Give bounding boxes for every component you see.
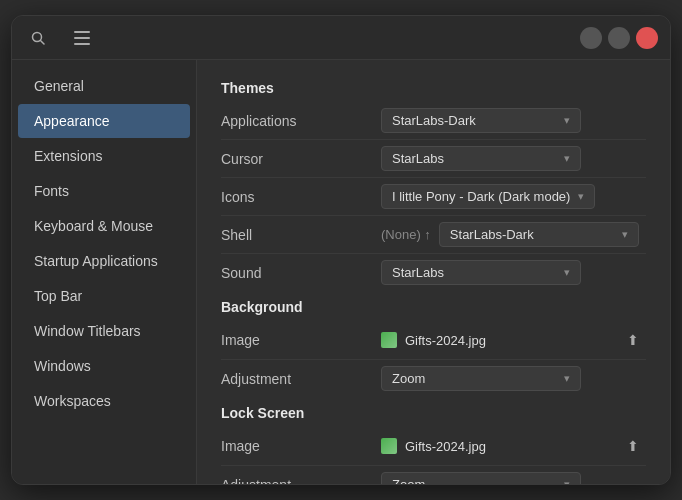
label-ls-adjustment: Adjustment <box>221 477 381 485</box>
dropdown-icons[interactable]: I little Pony - Dark (Dark mode)▾ <box>381 184 595 209</box>
value-bg-adjustment: Zoom▾ <box>381 366 646 391</box>
section-themes: ThemesApplicationsStarLabs-Dark▾CursorSt… <box>221 80 646 291</box>
sidebar-item-keyboard-mouse[interactable]: Keyboard & Mouse <box>18 209 190 243</box>
sidebar-item-extensions[interactable]: Extensions <box>18 139 190 173</box>
label-applications: Applications <box>221 113 381 129</box>
dropdown-sound[interactable]: StarLabs▾ <box>381 260 581 285</box>
dropdown-shell[interactable]: StarLabs-Dark▾ <box>439 222 639 247</box>
close-button[interactable] <box>636 27 658 49</box>
label-sound: Sound <box>221 265 381 281</box>
svg-rect-3 <box>74 37 90 39</box>
chevron-down-icon: ▾ <box>564 372 570 385</box>
sidebar-item-windows[interactable]: Windows <box>18 349 190 383</box>
value-icons: I little Pony - Dark (Dark mode)▾ <box>381 184 646 209</box>
section-background: BackgroundImageGifts-2024.jpg⬆Adjustment… <box>221 299 646 397</box>
file-icon-bg-image <box>381 332 397 348</box>
sidebar-item-general[interactable]: General <box>18 69 190 103</box>
row-sound: SoundStarLabs▾ <box>221 254 646 291</box>
filename-ls-image: Gifts-2024.jpg <box>405 439 612 454</box>
file-icon-ls-image <box>381 438 397 454</box>
filename-bg-image: Gifts-2024.jpg <box>405 333 612 348</box>
value-ls-adjustment: Zoom▾ <box>381 472 646 484</box>
chevron-down-icon: ▾ <box>564 114 570 127</box>
chevron-down-icon: ▾ <box>578 190 584 203</box>
section-lock-screen: Lock ScreenImageGifts-2024.jpg⬆Adjustmen… <box>221 405 646 484</box>
dropdown-ls-adjustment[interactable]: Zoom▾ <box>381 472 581 484</box>
sidebar-item-top-bar[interactable]: Top Bar <box>18 279 190 313</box>
value-ls-image: Gifts-2024.jpg⬆ <box>381 433 646 459</box>
dropdown-bg-adjustment[interactable]: Zoom▾ <box>381 366 581 391</box>
row-applications: ApplicationsStarLabs-Dark▾ <box>221 102 646 140</box>
value-bg-image: Gifts-2024.jpg⬆ <box>381 327 646 353</box>
restore-button[interactable] <box>608 27 630 49</box>
row-bg-image: ImageGifts-2024.jpg⬆ <box>221 321 646 360</box>
dropdown-value-applications: StarLabs-Dark <box>392 113 476 128</box>
minimize-button[interactable] <box>580 27 602 49</box>
main-panel: ThemesApplicationsStarLabs-Dark▾CursorSt… <box>197 60 670 484</box>
row-shell: Shell(None) ↑StarLabs-Dark▾ <box>221 216 646 254</box>
label-bg-adjustment: Adjustment <box>221 371 381 387</box>
value-cursor: StarLabs▾ <box>381 146 646 171</box>
menu-icon[interactable] <box>68 24 96 52</box>
dropdown-cursor[interactable]: StarLabs▾ <box>381 146 581 171</box>
dropdown-value-sound: StarLabs <box>392 265 444 280</box>
section-header-lock-screen: Lock Screen <box>221 405 646 421</box>
svg-rect-4 <box>74 43 90 45</box>
dropdown-value-bg-adjustment: Zoom <box>392 371 425 386</box>
extra-shell: (None) ↑ <box>381 227 431 242</box>
titlebar-left <box>24 24 209 52</box>
main-window: GeneralAppearanceExtensionsFontsKeyboard… <box>11 15 671 485</box>
dropdown-applications[interactable]: StarLabs-Dark▾ <box>381 108 581 133</box>
sidebar: GeneralAppearanceExtensionsFontsKeyboard… <box>12 60 197 484</box>
dropdown-value-cursor: StarLabs <box>392 151 444 166</box>
chevron-down-icon: ▾ <box>622 228 628 241</box>
file-row-bg-image: Gifts-2024.jpg⬆ <box>381 327 646 353</box>
titlebar-right <box>473 27 658 49</box>
sidebar-item-fonts[interactable]: Fonts <box>18 174 190 208</box>
upload-icon-bg-image[interactable]: ⬆ <box>620 327 646 353</box>
sidebar-item-appearance[interactable]: Appearance <box>18 104 190 138</box>
row-bg-adjustment: AdjustmentZoom▾ <box>221 360 646 397</box>
dropdown-value-shell: StarLabs-Dark <box>450 227 534 242</box>
sidebar-item-workspaces[interactable]: Workspaces <box>18 384 190 418</box>
titlebar <box>12 16 670 60</box>
chevron-down-icon: ▾ <box>564 478 570 484</box>
row-icons: IconsI little Pony - Dark (Dark mode)▾ <box>221 178 646 216</box>
sidebar-item-startup-applications[interactable]: Startup Applications <box>18 244 190 278</box>
file-row-ls-image: Gifts-2024.jpg⬆ <box>381 433 646 459</box>
label-ls-image: Image <box>221 438 381 454</box>
value-applications: StarLabs-Dark▾ <box>381 108 646 133</box>
content-area: GeneralAppearanceExtensionsFontsKeyboard… <box>12 60 670 484</box>
row-cursor: CursorStarLabs▾ <box>221 140 646 178</box>
section-header-background: Background <box>221 299 646 315</box>
section-header-themes: Themes <box>221 80 646 96</box>
sidebar-item-window-titlebars[interactable]: Window Titlebars <box>18 314 190 348</box>
svg-rect-2 <box>74 31 90 33</box>
value-sound: StarLabs▾ <box>381 260 646 285</box>
label-bg-image: Image <box>221 332 381 348</box>
value-shell: StarLabs-Dark▾ <box>439 222 646 247</box>
chevron-down-icon: ▾ <box>564 152 570 165</box>
upload-icon-ls-image[interactable]: ⬆ <box>620 433 646 459</box>
search-icon[interactable] <box>24 24 52 52</box>
label-icons: Icons <box>221 189 381 205</box>
svg-line-1 <box>41 40 45 44</box>
row-ls-image: ImageGifts-2024.jpg⬆ <box>221 427 646 466</box>
dropdown-value-ls-adjustment: Zoom <box>392 477 425 484</box>
row-ls-adjustment: AdjustmentZoom▾ <box>221 466 646 484</box>
dropdown-value-icons: I little Pony - Dark (Dark mode) <box>392 189 570 204</box>
chevron-down-icon: ▾ <box>564 266 570 279</box>
label-shell: Shell <box>221 227 381 243</box>
label-cursor: Cursor <box>221 151 381 167</box>
